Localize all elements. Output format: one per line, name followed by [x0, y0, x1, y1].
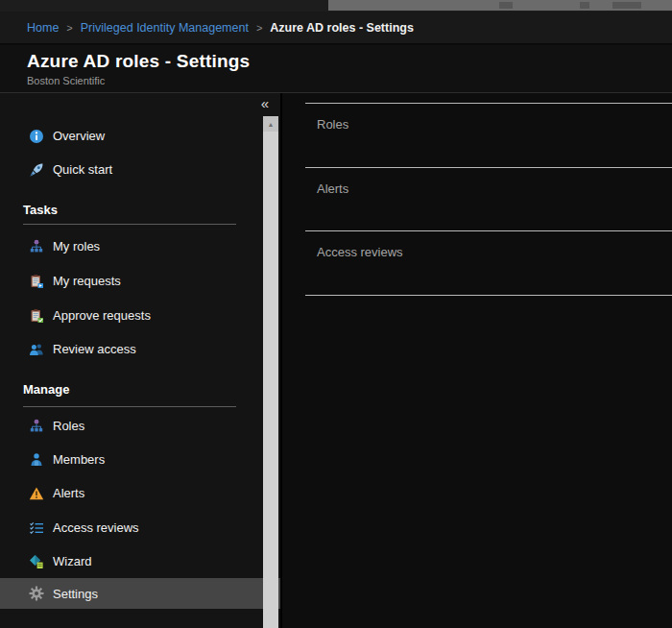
clipboard-arrow-icon [29, 274, 44, 289]
breadcrumb-current: Azure AD roles - Settings [270, 21, 414, 35]
sidebar-item-roles[interactable]: Roles [0, 409, 280, 443]
sidebar-item-my-requests[interactable]: My requests [0, 264, 280, 298]
scrollbar-thumb[interactable] [263, 132, 278, 628]
settings-row-label: Roles [305, 104, 672, 132]
section-header-label: Tasks [23, 203, 58, 217]
azure-portal-screen: Home > Privileged Identity Management > … [0, 0, 672, 628]
breadcrumb-separator: > [66, 22, 72, 34]
org-chart-icon [29, 239, 44, 254]
settings-row-roles[interactable]: Roles [305, 103, 672, 167]
info-icon [29, 129, 44, 144]
toolbar-fragment-mark [580, 2, 589, 9]
sidebar-item-wizard[interactable]: Wizard [0, 544, 280, 578]
sidebar-item-label: Wizard [53, 554, 91, 568]
breadcrumb-link-pim[interactable]: Privileged Identity Management [81, 21, 249, 35]
section-header-label: Manage [23, 382, 69, 397]
section-divider [23, 406, 236, 407]
sidebar-item-label: Members [53, 452, 105, 467]
sidebar-item-label: Quick start [53, 162, 112, 177]
row-divider [305, 295, 672, 296]
settings-row-alerts[interactable]: Alerts [305, 167, 672, 231]
sidebar-item-approve-requests[interactable]: Approve requests [0, 299, 280, 332]
settings-content: Roles Alerts Access reviews [282, 93, 672, 628]
settings-row-access-reviews[interactable]: Access reviews [305, 230, 672, 295]
sidebar-item-access-reviews[interactable]: Access reviews [0, 511, 280, 544]
sidebar-item-label: Review access [53, 342, 136, 356]
sidebar: « Overview Quick start Tasks [0, 93, 280, 628]
settings-row-label: Alerts [305, 168, 672, 196]
toolbar-fragment-mark [499, 2, 513, 9]
sidebar-item-members[interactable]: Members [0, 443, 280, 476]
warning-triangle-icon [29, 486, 44, 501]
settings-row-list: Roles Alerts Access reviews [305, 103, 672, 296]
sidebar-item-label: Roles [53, 419, 84, 433]
settings-row-label: Access reviews [305, 231, 672, 259]
sidebar-item-review-access[interactable]: Review access [0, 332, 280, 366]
top-browser-strip [0, 0, 672, 12]
sidebar-item-label: Access reviews [53, 520, 139, 535]
page-subtitle: Boston Scientific [27, 75, 105, 86]
body-area: « Overview Quick start Tasks [0, 93, 672, 628]
sidebar-item-quick-start[interactable]: Quick start [0, 153, 280, 186]
sidebar-section-manage: Manage [23, 382, 69, 397]
clipboard-check-icon [29, 308, 44, 324]
collapse-sidebar-icon[interactable]: « [261, 97, 269, 110]
sidebar-item-label: My requests [53, 274, 121, 288]
sidebar-item-label: My roles [53, 239, 100, 254]
breadcrumb-separator: > [256, 22, 262, 34]
sidebar-item-settings[interactable]: Settings [0, 578, 280, 609]
scroll-up-icon[interactable]: ▲ [263, 116, 278, 132]
toolbar-fragment [328, 0, 672, 11]
sidebar-item-alerts[interactable]: Alerts [0, 476, 280, 510]
toolbar-fragment-mark [612, 2, 641, 9]
gear-icon [29, 586, 44, 601]
section-divider [23, 224, 236, 225]
org-chart-icon [29, 419, 44, 434]
breadcrumb: Home > Privileged Identity Management > … [0, 12, 672, 44]
rocket-icon [29, 162, 44, 178]
sidebar-section-tasks: Tasks [23, 203, 58, 217]
sidebar-item-my-roles[interactable]: My roles [0, 229, 280, 263]
checklist-icon [29, 520, 44, 536]
sidebar-item-overview[interactable]: Overview [0, 119, 280, 153]
sidebar-item-label: Approve requests [53, 308, 151, 323]
breadcrumb-link-home[interactable]: Home [27, 21, 59, 35]
sidebar-scrollbar[interactable]: ▲ [263, 116, 278, 628]
page-title: Azure AD roles - Settings [27, 51, 250, 72]
page-header: Azure AD roles - Settings Boston Scienti… [0, 45, 672, 93]
sidebar-item-label: Alerts [53, 486, 84, 500]
wizard-diamond-icon [29, 554, 44, 569]
sidebar-item-label: Settings [53, 587, 98, 601]
people-icon [29, 342, 44, 357]
sidebar-item-label: Overview [53, 129, 105, 143]
person-icon [29, 452, 44, 468]
